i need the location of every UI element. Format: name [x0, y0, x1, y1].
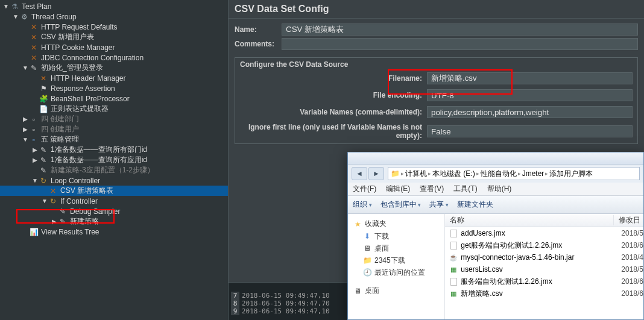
sidebar-recent[interactable]: 🕘最近访问的位置	[350, 266, 442, 278]
download-icon: ⬇	[362, 231, 372, 241]
crumb-item[interactable]: 本地磁盘 (E:)	[432, 169, 475, 179]
tree-label: 新建策略-3应用配置（1-2步骤）	[51, 165, 154, 175]
tree-item[interactable]: ▶✎新建策略	[0, 216, 228, 227]
sidebar-2345[interactable]: 📁2345下载	[350, 254, 442, 266]
tree-item[interactable]: ✕HTTP Header Manager	[0, 73, 228, 83]
controller-icon: ▫	[29, 135, 39, 145]
tree-item[interactable]: ⚑Response Assertion	[0, 83, 228, 93]
comments-input[interactable]	[282, 38, 638, 50]
star-icon: ★	[353, 219, 362, 229]
csv-icon: ▦	[449, 265, 458, 274]
menu-file[interactable]: 文件(F)	[353, 184, 376, 194]
tree-item-loop-controller[interactable]: ▼↻Loop Controller	[0, 175, 228, 186]
file-row[interactable]: ▦usersList.csv2018/5	[445, 263, 643, 275]
forward-button[interactable]: ►	[368, 167, 384, 180]
collapse-icon[interactable]: ▼	[22, 136, 29, 143]
collapse-icon[interactable]: ▼	[12, 13, 19, 20]
varnames-input[interactable]	[427, 106, 633, 118]
tree-label: 四 创建用户	[41, 124, 79, 134]
filename-input[interactable]	[427, 72, 633, 84]
crumb-item[interactable]: 性能自动化	[481, 169, 517, 179]
tree-label: View Results Tree	[41, 228, 99, 236]
tree-item[interactable]: ▶▫四 创建部门	[0, 114, 228, 124]
crumb-item[interactable]: Jmeter	[522, 169, 545, 178]
expand-icon[interactable]: ▶	[31, 146, 39, 153]
toolbar-share[interactable]: 共享	[429, 199, 449, 210]
fileailles-row[interactable]: 服务端自动化测试1.2.26.jmx2018/6	[445, 275, 643, 287]
column-name[interactable]: 名称	[445, 215, 614, 225]
column-date[interactable]: 修改日	[614, 215, 643, 225]
encoding-input[interactable]	[427, 89, 633, 101]
folder-icon: 📁	[391, 169, 400, 178]
sidebar-favorites[interactable]: ★收藏夹	[350, 218, 442, 230]
wrench-icon: ✕	[29, 33, 39, 42]
results-tree-icon: 📊	[29, 227, 39, 237]
collapse-icon[interactable]: ▼	[2, 3, 10, 10]
tree-item-thread-group[interactable]: ▼⚙Thread Group	[0, 11, 228, 22]
assert-icon: ⚑	[39, 84, 48, 93]
collapse-icon[interactable]: ▼	[22, 64, 29, 71]
tree-item[interactable]: ▼✎初始化_管理员登录	[0, 63, 228, 73]
tree-item[interactable]: ▶✎1准备数据——查询所有应用id	[0, 155, 228, 165]
tree-panel: ▼⚗Test Plan ▼⚙Thread Group ✕HTTP Request…	[0, 0, 229, 320]
file-row[interactable]: ▦新增策略.csv2018/6	[445, 287, 643, 300]
menu-edit[interactable]: 编辑(E)	[386, 184, 410, 194]
tree-item[interactable]: ✎Debug Sampler	[0, 206, 228, 216]
tree-item[interactable]: ▶✎1准备数据——查询所有部门id	[0, 145, 228, 155]
collapse-icon[interactable]: ▼	[41, 198, 48, 204]
collapse-icon[interactable]: ▼	[31, 177, 39, 184]
breadcrumb[interactable]: 📁 ▸计算机 ▸本地磁盘 (E:) ▸性能自动化 ▸Jmeter ▸添加用户脚本	[388, 167, 640, 180]
fieldset-legend: Configure the CSV Data Source	[235, 59, 637, 70]
file-explorer-window[interactable]: ◄ ► 📁 ▸计算机 ▸本地磁盘 (E:) ▸性能自动化 ▸Jmeter ▸添加…	[347, 152, 644, 320]
tree-item[interactable]: ▶▫四 创建用户	[0, 124, 228, 134]
file-row[interactable]: ☕mysql-connector-java-5.1.46-bin.jar2018…	[445, 251, 643, 263]
tree-label: 初始化_管理员登录	[41, 63, 103, 73]
file-row[interactable]: addUsers.jmx2018/5	[445, 227, 643, 239]
tree-label: Debug Sampler	[70, 207, 120, 216]
log-line: 2018-06-15 09:49:47,10	[242, 307, 330, 315]
tree-item[interactable]: ✕JDBC Connection Configuration	[0, 52, 228, 63]
tree-item[interactable]: ✕CSV 新增用户表	[0, 32, 228, 42]
sidebar-desktop2[interactable]: 🖥桌面	[350, 284, 442, 297]
tree-item[interactable]: ✕HTTP Request Defaults	[0, 22, 228, 32]
tree-item[interactable]: ✕HTTP Cookie Manager	[0, 42, 228, 52]
expand-icon[interactable]: ▶	[22, 126, 29, 133]
tree-item[interactable]: ▼▫五 策略管理	[0, 134, 228, 145]
ignore-first-line-input[interactable]	[427, 125, 633, 137]
file-icon	[449, 240, 458, 250]
controller-icon: ▫	[29, 125, 39, 134]
folder-icon: 📁	[362, 256, 372, 265]
explorer-titlebar[interactable]	[348, 152, 643, 165]
sidebar-downloads[interactable]: ⬇下载	[350, 230, 442, 242]
tree-item[interactable]: ✎新建策略-3应用配置（1-2步骤）	[0, 165, 228, 175]
explorer-sidebar: ★收藏夹 ⬇下载 🖥桌面 📁2345下载 🕘最近访问的位置 🖥桌面	[348, 214, 445, 319]
toolbar-organize[interactable]: 组织	[353, 199, 372, 210]
if-icon: ↻	[48, 196, 58, 206]
tree-item[interactable]: 🧩BeanShell PreProcessor	[0, 93, 228, 104]
explorer-toolbar: 组织 包含到库中 共享 新建文件夹	[348, 196, 643, 214]
crumb-item[interactable]: 计算机	[405, 169, 427, 179]
expand-icon[interactable]: ▶	[51, 218, 58, 225]
menu-tools[interactable]: 工具(T)	[453, 184, 477, 194]
expand-icon[interactable]: ▶	[22, 116, 29, 122]
name-input[interactable]	[282, 24, 638, 36]
tree-item-if-controller[interactable]: ▼↻If Controller	[0, 196, 228, 206]
tree-item-results-tree[interactable]: 📊View Results Tree	[0, 227, 228, 237]
toolbar-include[interactable]: 包含到库中	[380, 199, 421, 210]
tree-item-test-plan[interactable]: ▼⚗Test Plan	[0, 1, 228, 11]
tree-item[interactable]: 📄正则表达式提取器	[0, 104, 228, 114]
sidebar-desktop[interactable]: 🖥桌面	[350, 242, 442, 254]
expand-icon[interactable]: ▶	[31, 157, 39, 163]
file-row[interactable]: get服务端自动化测试1.2.26.jmx2018/6	[445, 239, 643, 251]
toolbar-newfolder[interactable]: 新建文件夹	[457, 199, 493, 210]
tree-label: 四 创建部门	[41, 114, 79, 124]
tree-item-csv-config-selected[interactable]: ✕CSV 新增策略表	[0, 186, 228, 196]
menu-view[interactable]: 查看(V)	[420, 184, 444, 194]
menu-help[interactable]: 帮助(H)	[487, 184, 512, 194]
crumb-item[interactable]: 添加用户脚本	[549, 169, 593, 179]
tree-label: Thread Group	[31, 13, 77, 21]
back-button[interactable]: ◄	[352, 167, 367, 180]
wrench-icon: ✕	[29, 22, 39, 32]
extractor-icon: 📄	[39, 104, 48, 114]
log-line: 2018-06-15 09:49:47,10	[242, 292, 330, 300]
